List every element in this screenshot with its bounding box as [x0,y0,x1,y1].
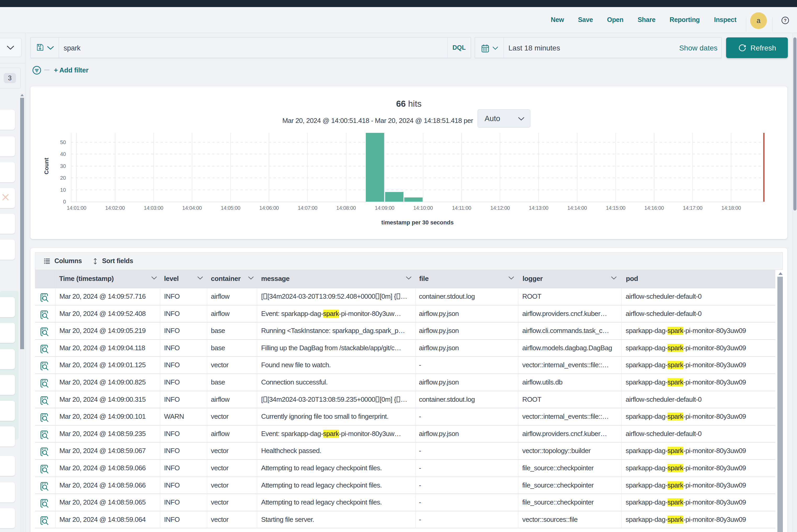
svg-text:?: ? [784,18,786,23]
